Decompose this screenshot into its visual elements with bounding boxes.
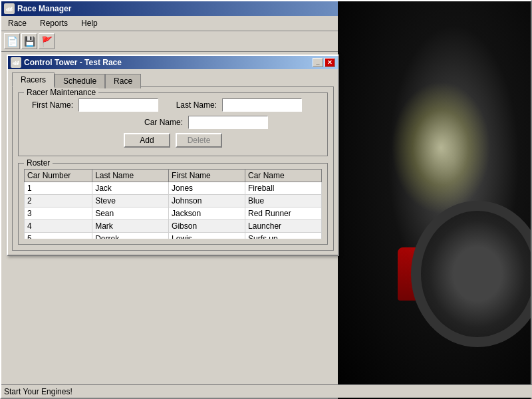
menu-race[interactable]: Race [4, 17, 31, 29]
table-cell: Mark [92, 220, 169, 233]
car-name-label: Car Name: [130, 118, 183, 127]
table-cell: Steve [92, 195, 169, 207]
col-first-name: First Name [169, 170, 245, 182]
title-bar-left: 🏎 Race Manager [4, 3, 71, 14]
add-button[interactable]: Add [124, 133, 170, 148]
tab-race[interactable]: Race [105, 74, 141, 88]
roster-tbody: 1JackJonesFireball2SteveJohnsonBlue3Sean… [25, 182, 322, 239]
table-cell: Jackson [169, 207, 245, 220]
tab-schedule[interactable]: Schedule [55, 74, 105, 88]
roster-group: Roster Car Number Last Name First Name C… [18, 163, 328, 245]
menu-reports[interactable]: Reports [36, 17, 72, 29]
main-window: 🏎 Race Manager _ □ ✕ Race Reports Help 📄… [0, 0, 532, 399]
table-cell: Lewis [169, 233, 245, 239]
table-cell: Blue [245, 195, 322, 207]
first-name-row: First Name: Last Name: [27, 98, 319, 112]
dialog-minimize-button[interactable]: _ [313, 58, 323, 67]
first-name-label: First Name: [27, 100, 73, 110]
table-cell: Surfs up [245, 233, 322, 239]
car-tire [411, 201, 531, 347]
col-car-number: Car Number [25, 170, 92, 182]
table-cell: 2 [25, 195, 92, 207]
table-cell: Jones [169, 182, 245, 195]
table-cell: 4 [25, 220, 92, 233]
roster-table: Car Number Last Name First Name Car Name… [24, 169, 322, 239]
dialog-controls: _ ✕ [313, 58, 335, 67]
car-light [391, 81, 491, 214]
table-row[interactable]: 4MarkGibsonLauncher [25, 220, 322, 233]
toolbar-flag-button[interactable]: 🚩 [39, 33, 55, 49]
dialog-title-left: 🏎 Control Tower - Test Race [11, 57, 122, 68]
table-cell: Sean [92, 207, 169, 220]
menu-help[interactable]: Help [77, 17, 102, 29]
tab-racers[interactable]: Racers [12, 72, 55, 87]
app-title: Race Manager [17, 4, 71, 13]
dialog-close-button[interactable]: ✕ [325, 58, 335, 67]
toolbar-new-button[interactable]: 📄 [4, 33, 20, 49]
dialog-icon: 🏎 [11, 57, 21, 68]
car-name-input[interactable] [188, 116, 268, 129]
roster-legend: Roster [24, 158, 53, 168]
racer-maintenance-group: Racer Maintenance First Name: Last Name:… [18, 92, 328, 156]
racer-maintenance-legend: Racer Maintenance [24, 88, 98, 97]
table-row[interactable]: 3SeanJacksonRed Runner [25, 207, 322, 220]
dialog-title: Control Tower - Test Race [24, 58, 122, 67]
table-row[interactable]: 2SteveJohnsonBlue [25, 195, 322, 207]
col-car-name: Car Name [245, 170, 322, 182]
roster-table-container: Car Number Last Name First Name Car Name… [24, 169, 322, 239]
form-actions: Add Delete [27, 133, 319, 148]
table-cell: Jack [92, 182, 169, 195]
app-icon: 🏎 [4, 3, 15, 14]
table-cell: 5 [25, 233, 92, 239]
dialog-title-bar: 🏎 Control Tower - Test Race _ ✕ [8, 56, 338, 69]
background-image [338, 1, 531, 399]
table-cell: 1 [25, 182, 92, 195]
toolbar-save-button[interactable]: 💾 [21, 33, 37, 49]
control-tower-dialog: 🏎 Control Tower - Test Race _ ✕ Racers S… [7, 55, 339, 256]
table-header-row: Car Number Last Name First Name Car Name [25, 170, 322, 182]
status-bar: Start Your Engines! [1, 384, 532, 398]
col-last-name: Last Name [92, 170, 169, 182]
last-name-label: Last Name: [164, 100, 217, 110]
tab-bar: Racers Schedule Race [8, 69, 338, 86]
table-cell: Fireball [245, 182, 322, 195]
tab-content: Racer Maintenance First Name: Last Name:… [12, 86, 334, 251]
status-text: Start Your Engines! [4, 387, 72, 396]
table-row[interactable]: 5DerrekLewisSurfs up [25, 233, 322, 239]
table-row[interactable]: 1JackJonesFireball [25, 182, 322, 195]
table-cell: Johnson [169, 195, 245, 207]
first-name-input[interactable] [78, 98, 158, 112]
last-name-input[interactable] [222, 98, 302, 112]
car-name-row: Car Name: [27, 116, 319, 129]
roster-table-scroll[interactable]: Car Number Last Name First Name Car Name… [24, 169, 322, 239]
delete-button[interactable]: Delete [176, 133, 222, 148]
table-cell: Gibson [169, 220, 245, 233]
table-cell: Launcher [245, 220, 322, 233]
table-cell: 3 [25, 207, 92, 220]
table-cell: Red Runner [245, 207, 322, 220]
table-cell: Derrek [92, 233, 169, 239]
